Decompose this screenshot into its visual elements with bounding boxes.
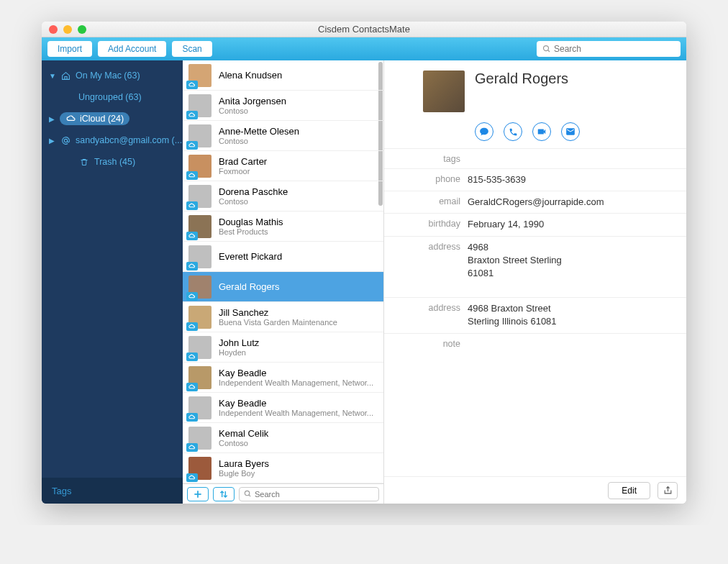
sidebar-item-3[interactable]: ▶sandyabcn@gmail.com (...	[42, 129, 183, 151]
svg-line-1	[548, 50, 550, 53]
contact-name: Anita Jorgensen	[219, 96, 286, 106]
contact-avatar	[188, 64, 211, 87]
cloud-badge-icon	[186, 232, 198, 240]
contact-avatar	[188, 215, 211, 238]
field-value[interactable]: 4968 Braxton StreetSterling Illinois 610…	[468, 302, 676, 328]
contact-name: Douglas Mathis	[219, 217, 283, 227]
contact-item[interactable]: Gerald Rogers	[183, 272, 383, 302]
sidebar-item-1[interactable]: Ungrouped (63)	[42, 86, 183, 108]
list-footer	[183, 483, 383, 504]
cloud-icon	[65, 115, 77, 122]
window-title: Cisdem ContactsMate	[42, 24, 686, 35]
contact-item[interactable]: Everett Pickard	[183, 242, 383, 272]
detail-row-note: note	[384, 333, 686, 353]
contact-item[interactable]: Dorena Paschke Contoso	[183, 181, 383, 212]
contact-list[interactable]: Alena Knudsen Anita Jorgensen Contoso An…	[183, 60, 383, 483]
contact-item[interactable]: Brad Carter Foxmoor	[183, 151, 383, 181]
contact-company: Foxmoor	[219, 167, 267, 176]
contact-text: Kay Beadle Independent Wealth Management…	[219, 368, 373, 387]
sidebar-item-2[interactable]: ▶iCloud (24)	[42, 108, 183, 129]
cloud-badge-icon	[186, 171, 198, 180]
sidebar-tags-label: Tags	[52, 486, 71, 496]
sidebar-item-0[interactable]: ▼On My Mac (63)	[42, 65, 183, 86]
contact-item[interactable]: Anne-Mette Olesen Contoso	[183, 121, 383, 151]
detail-name: Gerald Rogers	[475, 70, 568, 112]
at-icon	[60, 136, 71, 145]
titlebar: Cisdem ContactsMate	[42, 22, 686, 37]
contact-item[interactable]: Jill Sanchez Buena Vista Garden Maintena…	[183, 302, 383, 332]
contact-name: Dorena Paschke	[219, 186, 288, 197]
contact-item[interactable]: Kay Beadle Independent Wealth Management…	[183, 363, 383, 393]
call-button[interactable]	[504, 122, 522, 141]
search-top-input[interactable]	[554, 44, 675, 54]
add-account-button[interactable]: Add Account	[98, 41, 166, 57]
contact-item[interactable]: Douglas Mathis Best Products	[183, 212, 383, 242]
contact-avatar	[188, 396, 211, 419]
disclosure-icon: ▼	[49, 72, 55, 80]
contact-company: Contoso	[219, 137, 299, 145]
add-contact-button[interactable]	[187, 487, 209, 501]
contact-item[interactable]: Anita Jorgensen Contoso	[183, 91, 383, 121]
sidebar-accounts: ▼On My Mac (63)Ungrouped (63)▶iCloud (24…	[42, 60, 183, 478]
message-button[interactable]	[475, 122, 493, 141]
detail-avatar	[423, 70, 465, 112]
sidebar: ▼On My Mac (63)Ungrouped (63)▶iCloud (24…	[42, 60, 183, 504]
contact-text: Jill Sanchez Buena Vista Garden Maintena…	[219, 307, 337, 327]
contact-item[interactable]: Kemal Celik Contoso	[183, 423, 383, 453]
cloud-badge-icon	[186, 201, 198, 210]
cloud-badge-icon	[186, 292, 198, 301]
sort-button[interactable]	[213, 487, 235, 501]
edit-button[interactable]: Edit	[608, 482, 650, 499]
contact-text: Douglas Mathis Best Products	[219, 217, 283, 236]
import-button[interactable]: Import	[47, 41, 92, 57]
field-value	[468, 153, 676, 164]
cloud-badge-icon	[186, 262, 198, 270]
detail-footer: Edit	[384, 476, 686, 504]
sidebar-tags-section[interactable]: Tags	[42, 478, 183, 504]
scan-button[interactable]: Scan	[172, 41, 211, 57]
contact-text: Anne-Mette Olesen Contoso	[219, 126, 299, 145]
list-search-container[interactable]	[239, 487, 379, 501]
contact-text: Everett Pickard	[219, 251, 282, 262]
share-button[interactable]	[658, 482, 678, 499]
contact-name: Kay Beadle	[219, 368, 373, 378]
contact-avatar	[188, 336, 211, 359]
cloud-badge-icon	[186, 141, 198, 150]
field-value[interactable]: 4968Braxton Street Sterling61081	[468, 241, 676, 294]
contact-item[interactable]: Kay Beadle Independent Wealth Management…	[183, 393, 383, 423]
contact-text: Dorena Paschke Contoso	[219, 186, 288, 206]
contact-company: Buena Vista Garden Maintenance	[219, 318, 337, 327]
contact-avatar	[188, 155, 211, 178]
field-label: tags	[384, 153, 468, 164]
trash-icon	[78, 158, 90, 167]
app-window: Cisdem ContactsMate Import Add Account S…	[42, 22, 686, 504]
sidebar-item-label: sandyabcn@gmail.com (...	[76, 135, 182, 145]
sidebar-item-4[interactable]: Trash (45)	[42, 151, 183, 173]
field-value[interactable]: February 14, 1990	[468, 218, 676, 231]
search-top-container[interactable]	[537, 41, 681, 57]
email-button[interactable]	[561, 122, 580, 141]
svg-point-3	[64, 139, 67, 142]
contact-item[interactable]: John Lutz Hoyden	[183, 332, 383, 363]
detail-row-address: address 4968 Braxton StreetSterling Illi…	[384, 297, 686, 332]
body: ▼On My Mac (63)Ungrouped (63)▶iCloud (24…	[42, 60, 686, 504]
cloud-badge-icon	[186, 81, 198, 89]
contact-avatar	[188, 185, 211, 208]
field-value[interactable]: 815-535-3639	[468, 173, 676, 186]
detail-pane: Gerald Rogers tags phone 815-535-3639ema…	[384, 60, 686, 504]
contact-avatar	[188, 306, 211, 329]
video-button[interactable]	[532, 122, 551, 141]
svg-point-8	[245, 491, 249, 495]
field-value[interactable]: GeraldCRogers@jourrapide.com	[468, 196, 676, 209]
contact-company: Hoyden	[219, 348, 259, 357]
contact-item[interactable]: Alena Knudsen	[183, 60, 383, 91]
list-search-input[interactable]	[255, 490, 374, 499]
contact-name: Brad Carter	[219, 156, 267, 167]
contact-name: Everett Pickard	[219, 251, 282, 262]
sidebar-pill: iCloud (24)	[60, 112, 129, 125]
sidebar-item-label: iCloud (24)	[80, 114, 124, 124]
contact-name: Laura Byers	[219, 458, 269, 469]
sidebar-item-label: Ungrouped (63)	[78, 92, 142, 102]
contact-item[interactable]: Laura Byers Bugle Boy	[183, 453, 383, 483]
field-label: birthday	[384, 218, 468, 231]
